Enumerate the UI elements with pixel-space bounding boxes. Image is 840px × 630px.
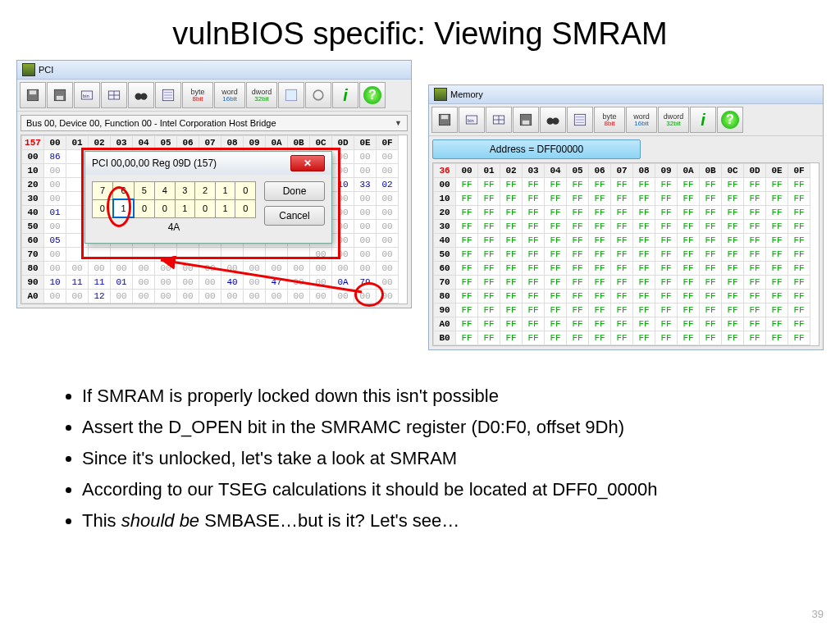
mem-cell[interactable]: FF [456,206,478,220]
mem-cell[interactable]: FF [788,220,810,234]
mem-cell[interactable]: FF [700,331,722,345]
mem-cell[interactable]: FF [523,192,545,206]
mem-cell[interactable]: FF [500,178,523,192]
mem-cell[interactable]: FF [478,304,500,317]
mem-cell[interactable]: FF [766,317,788,331]
mem-cell[interactable]: FF [744,248,766,262]
mem-cell[interactable]: FF [678,192,700,206]
binoculars-icon[interactable] [540,107,566,133]
pci-cell[interactable]: 00 [177,290,199,304]
mem-cell[interactable]: FF [766,276,788,290]
pci-cell[interactable]: 00 [354,262,377,276]
mem-cell[interactable]: FF [766,178,788,192]
pci-cell[interactable]: 00 [288,276,310,290]
pci-cell[interactable]: 00 [354,150,377,164]
mem-cell[interactable]: FF [567,262,589,276]
mem-cell[interactable]: FF [678,234,700,248]
mem-cell[interactable]: FF [589,290,611,304]
mem-cell[interactable]: FF [478,234,500,248]
mem-cell[interactable]: FF [744,331,766,345]
mem-cell[interactable]: FF [456,304,478,317]
mem-cell[interactable]: FF [633,276,655,290]
pci-cell[interactable]: 01 [44,206,66,220]
mem-cell[interactable]: FF [678,276,700,290]
mem-cell[interactable]: FF [500,234,523,248]
bit-cell[interactable]: 0 [195,199,216,217]
dword-button[interactable]: dword32bit [246,82,277,108]
pci-cell[interactable]: 05 [44,234,66,248]
mem-cell[interactable]: FF [545,317,567,331]
mem-cell[interactable]: FF [788,192,810,206]
mem-cell[interactable]: FF [633,331,655,345]
address-field[interactable]: Address = DFF00000 [432,139,641,159]
pci-cell[interactable]: 00 [332,262,354,276]
pci-cell[interactable]: 00 [133,262,155,276]
pci-cell[interactable]: 11 [89,276,111,290]
mem-cell[interactable]: FF [523,304,545,317]
mem-cell[interactable]: FF [456,220,478,234]
mem-cell[interactable]: FF [678,317,700,331]
mem-cell[interactable]: FF [478,248,500,262]
pci-cell[interactable]: 02 [377,178,399,192]
mem-cell[interactable]: FF [478,178,500,192]
mem-cell[interactable]: FF [500,206,523,220]
mem-cell[interactable]: FF [523,262,545,276]
mem-cell[interactable]: FF [456,178,478,192]
pci-cell[interactable]: 00 [377,234,399,248]
mem-cell[interactable]: FF [655,304,678,317]
mem-cell[interactable]: FF [655,262,678,276]
mem-cell[interactable]: FF [611,220,633,234]
mem-cell[interactable]: FF [700,248,722,262]
pci-cell[interactable]: 86 [44,150,66,164]
open-icon[interactable] [47,82,73,108]
pci-cell[interactable]: 00 [244,276,266,290]
save-icon[interactable] [431,107,458,133]
mem-cell[interactable]: FF [700,192,722,206]
pci-cell[interactable]: 00 [288,262,310,276]
mem-cell[interactable]: FF [744,234,766,248]
mem-cell[interactable]: FF [456,290,478,304]
word-button[interactable]: word16bit [626,107,657,133]
mem-cell[interactable]: FF [678,220,700,234]
pci-cell[interactable]: 00 [377,248,399,262]
pci-cell[interactable]: 00 [354,234,377,248]
mem-cell[interactable]: FF [678,331,700,345]
pci-cell[interactable]: 00 [44,178,66,192]
mem-cell[interactable]: FF [567,304,589,317]
mem-cell[interactable]: FF [744,276,766,290]
mem-cell[interactable]: FF [478,331,500,345]
pci-cell[interactable]: 00 [377,150,399,164]
pci-cell[interactable]: 00 [354,206,377,220]
pci-cell[interactable]: 00 [44,220,66,234]
mem-cell[interactable]: FF [567,290,589,304]
pci-cell[interactable]: 00 [377,220,399,234]
mem-cell[interactable]: FF [655,248,678,262]
mem-cell[interactable]: FF [788,276,810,290]
mem-cell[interactable]: FF [788,248,810,262]
list-icon[interactable] [567,107,593,133]
pci-cell[interactable]: 00 [377,290,399,304]
mem-cell[interactable]: FF [589,276,611,290]
mem-cell[interactable]: FF [633,206,655,220]
mem-cell[interactable]: FF [700,206,722,220]
mem-cell[interactable]: FF [545,304,567,317]
mem-cell[interactable]: FF [788,331,810,345]
mem-cell[interactable]: FF [788,290,810,304]
bin-icon[interactable]: bin [459,107,485,133]
mem-cell[interactable]: FF [589,248,611,262]
bit-cell[interactable]: 1 [175,199,195,217]
mem-cell[interactable]: FF [456,262,478,276]
mem-cell[interactable]: FF [766,234,788,248]
mem-cell[interactable]: FF [788,304,810,317]
mem-cell[interactable]: FF [589,331,611,345]
pci-cell[interactable]: 00 [266,290,288,304]
mem-cell[interactable]: FF [633,178,655,192]
mem-cell[interactable]: FF [611,290,633,304]
mem-cell[interactable]: FF [523,290,545,304]
mem-cell[interactable]: FF [633,220,655,234]
mem-cell[interactable]: FF [523,206,545,220]
mem-cell[interactable]: FF [700,262,722,276]
pci-cell[interactable]: 00 [354,164,377,178]
mem-cell[interactable]: FF [611,234,633,248]
mem-cell[interactable]: FF [567,234,589,248]
